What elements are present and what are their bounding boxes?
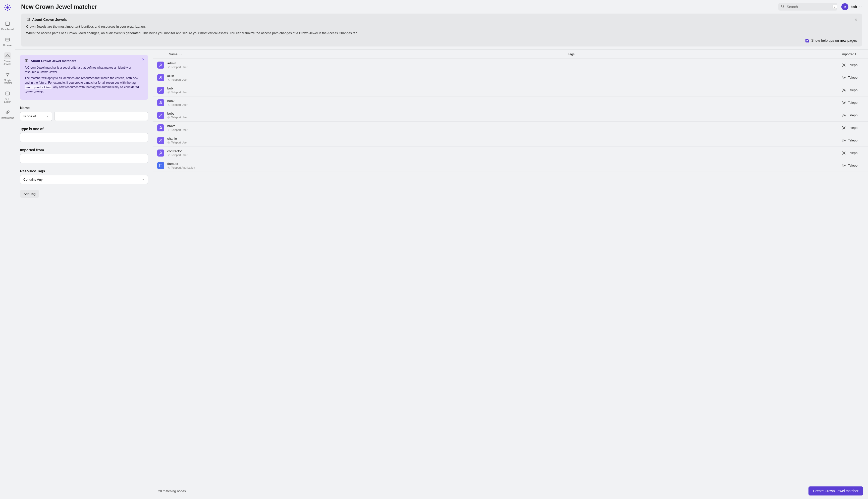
banner-p2: When the access paths of a Crown Jewel c… (26, 31, 857, 36)
table-row[interactable]: boby Teleport User Telepo (153, 109, 868, 122)
table-row[interactable]: bob Teleport User Telepo (153, 84, 868, 97)
row-name: admin (167, 61, 572, 65)
row-imported: Telepo (841, 113, 864, 118)
row-imported: Telepo (841, 163, 864, 168)
type-label: Type is one of (20, 127, 148, 131)
svg-point-11 (160, 76, 161, 77)
svg-point-8 (160, 63, 161, 65)
row-name: bob2 (167, 99, 572, 103)
svg-point-3 (6, 73, 7, 74)
book-icon (26, 17, 30, 22)
row-name: alice (167, 74, 572, 78)
banner-close-button[interactable] (853, 17, 858, 22)
row-name: bob (167, 86, 572, 90)
sidebar-item-label: Browse (3, 44, 12, 47)
purple-p2: The matcher will apply to all identities… (25, 76, 144, 94)
svg-point-17 (160, 101, 161, 102)
sidebar-item-label: Integrations (1, 117, 14, 119)
table-row[interactable]: alice Teleport User Telepo (153, 71, 868, 84)
sort-asc-icon (179, 53, 182, 56)
table-row[interactable]: dumper Teleport Application Telepo (153, 159, 868, 172)
svg-point-4 (8, 73, 9, 74)
sidebar-item-sql-editor[interactable]: SQL Editor (0, 88, 15, 105)
avatar: B (841, 3, 848, 10)
svg-rect-32 (160, 164, 162, 167)
row-imported: Telepo (841, 100, 864, 105)
svg-point-9 (168, 67, 169, 68)
row-name: boby (167, 112, 572, 115)
sidebar-item-dashboard[interactable]: Dashboard (0, 18, 15, 33)
crown-icon (4, 52, 11, 59)
svg-point-12 (168, 80, 169, 80)
show-tips-checkbox[interactable] (805, 39, 809, 42)
add-tag-button[interactable]: Add Tag (20, 190, 39, 198)
sidebar: Dashboard Browse Crown Jewels Graph Expl… (0, 0, 15, 499)
row-imported: Telepo (841, 125, 864, 130)
chevron-down-icon (142, 178, 145, 181)
row-subtype: Teleport User (167, 129, 572, 131)
chevron-down-icon (859, 5, 862, 8)
book-icon (25, 59, 29, 63)
row-subtype: Teleport User (167, 78, 572, 81)
row-subtype: Teleport User (167, 65, 572, 69)
user-icon (157, 87, 164, 94)
search-box[interactable]: / (778, 3, 838, 11)
row-imported: Telepo (841, 75, 864, 80)
show-tips-label: Show help tips on new pages (811, 38, 857, 42)
column-tags-header[interactable]: Tags (568, 52, 841, 56)
svg-point-18 (168, 105, 169, 105)
svg-point-7 (781, 5, 784, 7)
sidebar-item-graph-explorer[interactable]: Graph Explorer (0, 69, 15, 86)
row-subtype: Teleport User (167, 91, 572, 94)
purple-p1: A Crown Jewel matcher is a set of criter… (25, 65, 144, 74)
imported-label: Imported from (20, 148, 148, 152)
row-name: dumper (167, 162, 572, 166)
user-menu[interactable]: B bob (841, 3, 862, 10)
svg-point-20 (160, 114, 161, 115)
sidebar-item-crown-jewels[interactable]: Crown Jewels (0, 50, 15, 68)
svg-point-13 (843, 77, 845, 78)
row-subtype: Teleport User (167, 141, 572, 144)
row-name: bravo (167, 124, 572, 128)
right-pane: Name Tags Imported F admin Teleport User… (153, 50, 868, 499)
svg-point-24 (168, 130, 169, 130)
sidebar-item-browse[interactable]: Browse (0, 34, 15, 49)
row-subtype: Teleport User (167, 116, 572, 119)
svg-point-29 (160, 151, 161, 153)
matcher-info-card: About Crown Jewel matchers A Crown Jewel… (20, 55, 148, 100)
banner-title: About Crown Jewels (32, 17, 67, 22)
svg-rect-2 (5, 38, 9, 41)
name-value-input[interactable] (54, 112, 148, 121)
info-banner: About Crown Jewels Crown Jewels are the … (21, 14, 862, 47)
banner-p1: Crown Jewels are the most important iden… (26, 24, 857, 29)
user-icon (157, 74, 164, 81)
column-imported-header[interactable]: Imported F (841, 52, 864, 56)
name-operator-select[interactable]: Is one of (20, 112, 52, 121)
svg-point-10 (843, 64, 845, 66)
column-name-header[interactable]: Name (157, 52, 568, 56)
close-icon (854, 18, 858, 21)
svg-point-15 (168, 92, 169, 93)
purple-close-button[interactable] (142, 58, 145, 62)
table-row[interactable]: bravo Teleport User Telepo (153, 122, 868, 134)
table-row[interactable]: contractor Teleport User Telepo (153, 147, 868, 159)
row-subtype: Teleport Application (167, 166, 572, 169)
imported-value-input[interactable] (20, 154, 148, 163)
table-row[interactable]: charlie Teleport User Telepo (153, 134, 868, 147)
search-input[interactable] (786, 5, 831, 9)
table-row[interactable]: admin Teleport User Telepo (153, 59, 868, 71)
dashboard-icon (4, 20, 11, 27)
row-name: contractor (167, 149, 572, 153)
table-row[interactable]: bob2 Teleport User Telepo (153, 97, 868, 109)
tags-operator-select[interactable]: Contains Any (20, 175, 148, 184)
sidebar-item-integrations[interactable]: Integrations (0, 107, 15, 121)
row-imported: Telepo (841, 150, 864, 156)
type-value-input[interactable] (20, 133, 148, 142)
svg-point-26 (160, 139, 161, 140)
browse-icon (4, 36, 11, 43)
svg-point-30 (168, 155, 169, 156)
chevron-down-icon (46, 115, 49, 118)
sidebar-item-label: SQL Editor (1, 98, 14, 103)
sidebar-item-label: Crown Jewels (1, 60, 14, 65)
create-matcher-button[interactable]: Create Crown Jewel matcher (808, 486, 863, 496)
